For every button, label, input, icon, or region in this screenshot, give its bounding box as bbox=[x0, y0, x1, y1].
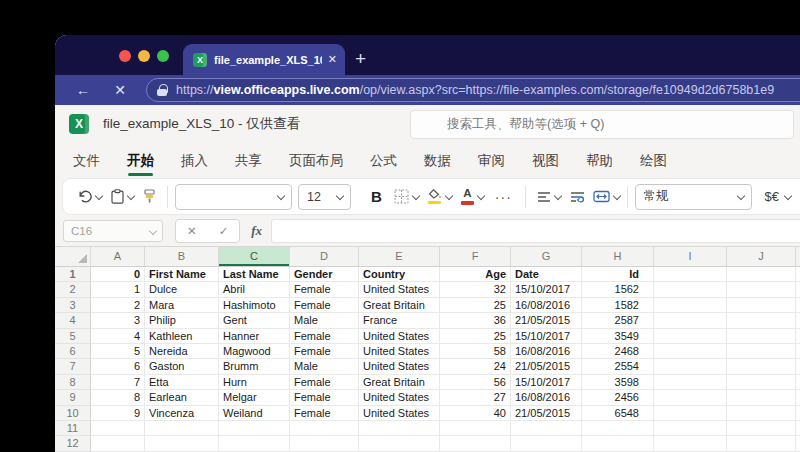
cell-I9[interactable] bbox=[654, 390, 727, 405]
cell-E8[interactable]: Great Britain bbox=[359, 375, 440, 390]
cell-G9[interactable]: 16/08/2016 bbox=[511, 390, 582, 405]
cell-I6[interactable] bbox=[654, 344, 727, 359]
cell-C6[interactable]: Magwood bbox=[219, 344, 290, 359]
cell-F7[interactable]: 24 bbox=[440, 359, 511, 374]
merge-cells-button[interactable] bbox=[589, 183, 625, 211]
cell-D6[interactable]: Female bbox=[290, 344, 359, 359]
cell-C3[interactable]: Hashimoto bbox=[219, 298, 290, 313]
cell-H7[interactable]: 2554 bbox=[582, 359, 654, 374]
cell-F11[interactable] bbox=[440, 421, 511, 436]
address-bar[interactable]: https://view.officeapps.live.com/op/view… bbox=[146, 78, 800, 102]
cell-A10[interactable]: 9 bbox=[91, 406, 145, 421]
cell-F12[interactable] bbox=[440, 436, 511, 451]
cell-J5[interactable] bbox=[727, 329, 796, 344]
cell-G4[interactable]: 21/05/2015 bbox=[511, 313, 582, 328]
cell-E2[interactable]: United States bbox=[359, 282, 440, 297]
cell-G2[interactable]: 15/10/2017 bbox=[511, 282, 582, 297]
cell-I4[interactable] bbox=[654, 313, 727, 328]
align-button[interactable] bbox=[533, 183, 566, 211]
cell-J12[interactable] bbox=[727, 436, 796, 451]
cell-I7[interactable] bbox=[654, 359, 727, 374]
cell-A7[interactable]: 6 bbox=[91, 359, 145, 374]
cell-I3[interactable] bbox=[654, 298, 727, 313]
cell-J9[interactable] bbox=[727, 390, 796, 405]
row-header-5[interactable]: 5 bbox=[55, 329, 91, 344]
cell-H3[interactable]: 1582 bbox=[582, 298, 654, 313]
cell-J2[interactable] bbox=[727, 282, 796, 297]
column-header-D[interactable]: D bbox=[290, 247, 359, 267]
row-header-8[interactable]: 8 bbox=[55, 375, 91, 390]
cell-H4[interactable]: 2587 bbox=[582, 313, 654, 328]
cell-H11[interactable] bbox=[582, 421, 654, 436]
column-header-E[interactable]: E bbox=[359, 247, 440, 267]
cell-A5[interactable]: 4 bbox=[91, 329, 145, 344]
ribbon-tab-0[interactable]: 文件 bbox=[73, 144, 100, 178]
cell-E5[interactable]: United States bbox=[359, 329, 440, 344]
cell-H9[interactable]: 2456 bbox=[582, 390, 654, 405]
cell-G5[interactable]: 15/10/2017 bbox=[511, 329, 582, 344]
cell-E3[interactable]: Great Britain bbox=[359, 298, 440, 313]
cell-G11[interactable] bbox=[511, 421, 582, 436]
cell-E10[interactable]: United States bbox=[359, 406, 440, 421]
cell-C5[interactable]: Hanner bbox=[219, 329, 290, 344]
cell-D1[interactable]: Gender bbox=[290, 267, 359, 282]
cell-C8[interactable]: Hurn bbox=[219, 375, 290, 390]
cell-I12[interactable] bbox=[654, 436, 727, 451]
cell-C9[interactable]: Melgar bbox=[219, 390, 290, 405]
row-header-6[interactable]: 6 bbox=[55, 344, 91, 359]
ribbon-tab-1[interactable]: 开始 bbox=[127, 144, 154, 178]
wrap-text-button[interactable] bbox=[566, 183, 589, 211]
formula-input[interactable] bbox=[271, 219, 800, 243]
cell-G10[interactable]: 21/05/2015 bbox=[511, 406, 582, 421]
row-header-4[interactable]: 4 bbox=[55, 313, 91, 328]
bold-button[interactable]: B bbox=[363, 183, 390, 211]
column-header-C[interactable]: C bbox=[219, 247, 290, 267]
ribbon-tab-10[interactable]: 绘图 bbox=[640, 144, 667, 178]
cell-B10[interactable]: Vincenza bbox=[145, 406, 219, 421]
cell-E6[interactable]: United States bbox=[359, 344, 440, 359]
cell-I10[interactable] bbox=[654, 406, 727, 421]
paste-button[interactable] bbox=[107, 183, 139, 211]
cell-B1[interactable]: First Name bbox=[145, 267, 219, 282]
ribbon-tab-4[interactable]: 页面布局 bbox=[289, 144, 343, 178]
ribbon-tab-2[interactable]: 插入 bbox=[181, 144, 208, 178]
cell-J7[interactable] bbox=[727, 359, 796, 374]
undo-button[interactable] bbox=[73, 183, 107, 211]
cell-I5[interactable] bbox=[654, 329, 727, 344]
cell-F5[interactable]: 25 bbox=[440, 329, 511, 344]
cell-E1[interactable]: Country bbox=[359, 267, 440, 282]
cell-G7[interactable]: 21/05/2015 bbox=[511, 359, 582, 374]
cell-H10[interactable]: 6548 bbox=[582, 406, 654, 421]
row-header-1[interactable]: 1 bbox=[55, 267, 91, 282]
cell-F4[interactable]: 36 bbox=[440, 313, 511, 328]
cell-B2[interactable]: Dulce bbox=[145, 282, 219, 297]
close-window-button[interactable] bbox=[119, 50, 131, 62]
cell-F3[interactable]: 25 bbox=[440, 298, 511, 313]
column-header-I[interactable]: I bbox=[654, 247, 727, 267]
cell-F2[interactable]: 32 bbox=[440, 282, 511, 297]
number-format-select[interactable]: 常规 bbox=[635, 184, 752, 210]
cell-J1[interactable] bbox=[727, 267, 796, 282]
format-painter-button[interactable] bbox=[139, 183, 160, 211]
font-size-select[interactable]: 12 bbox=[298, 184, 351, 210]
cell-B4[interactable]: Philip bbox=[145, 313, 219, 328]
insert-function-icon[interactable]: fx bbox=[251, 223, 262, 239]
cell-C4[interactable]: Gent bbox=[219, 313, 290, 328]
currency-format-button[interactable]: $€ bbox=[761, 183, 792, 211]
cell-B5[interactable]: Kathleen bbox=[145, 329, 219, 344]
ribbon-tab-8[interactable]: 视图 bbox=[532, 144, 559, 178]
cell-J11[interactable] bbox=[727, 421, 796, 436]
cell-G8[interactable]: 15/10/2017 bbox=[511, 375, 582, 390]
column-header-B[interactable]: B bbox=[145, 247, 219, 267]
cell-C10[interactable]: Weiland bbox=[219, 406, 290, 421]
cell-E11[interactable] bbox=[359, 421, 440, 436]
cell-H2[interactable]: 1562 bbox=[582, 282, 654, 297]
cell-G6[interactable]: 16/08/2016 bbox=[511, 344, 582, 359]
font-name-select[interactable] bbox=[175, 184, 292, 210]
cell-J3[interactable] bbox=[727, 298, 796, 313]
row-header-3[interactable]: 3 bbox=[55, 298, 91, 313]
cell-A11[interactable] bbox=[91, 421, 145, 436]
cell-I1[interactable] bbox=[654, 267, 727, 282]
cell-H5[interactable]: 3549 bbox=[582, 329, 654, 344]
cell-F10[interactable]: 40 bbox=[440, 406, 511, 421]
